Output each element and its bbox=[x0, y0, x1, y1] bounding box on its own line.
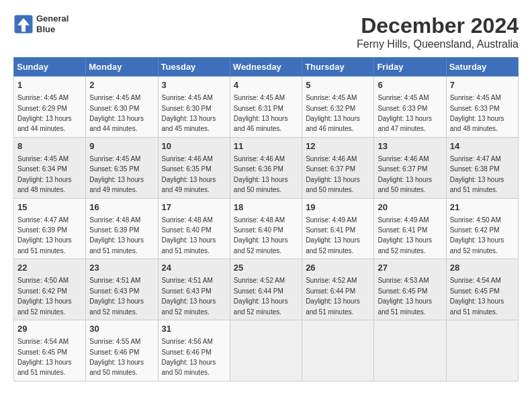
calendar-cell: 6Sunrise: 4:45 AMSunset: 6:33 PMDaylight… bbox=[374, 77, 446, 138]
day-number: 23 bbox=[89, 262, 154, 274]
day-of-week-header: Monday bbox=[86, 58, 158, 77]
calendar-cell: 11Sunrise: 4:46 AMSunset: 6:36 PMDayligh… bbox=[230, 137, 302, 198]
day-number: 30 bbox=[89, 323, 154, 335]
day-number: 22 bbox=[17, 262, 82, 274]
sunrise-info: Sunrise: 4:48 AM bbox=[234, 216, 285, 224]
day-of-week-header: Thursday bbox=[302, 58, 374, 77]
calendar-cell: 23Sunrise: 4:51 AMSunset: 6:43 PMDayligh… bbox=[86, 259, 158, 320]
day-number: 12 bbox=[306, 140, 370, 152]
sunrise-info: Sunrise: 4:49 AM bbox=[306, 216, 357, 224]
sunset-info: Sunset: 6:45 PM bbox=[378, 287, 427, 295]
calendar-title: December 2024 bbox=[357, 13, 519, 38]
daylight-info: Daylight: 13 hours and 45 minutes. bbox=[162, 115, 216, 132]
sunset-info: Sunset: 6:39 PM bbox=[89, 226, 139, 234]
sunrise-info: Sunrise: 4:45 AM bbox=[234, 94, 285, 101]
page-header: General Blue December 2024 Ferny Hills, … bbox=[13, 13, 519, 50]
sunrise-info: Sunrise: 4:54 AM bbox=[450, 277, 501, 284]
sunrise-info: Sunrise: 4:46 AM bbox=[162, 155, 213, 163]
daylight-info: Daylight: 13 hours and 51 minutes. bbox=[450, 176, 504, 193]
sunset-info: Sunset: 6:29 PM bbox=[17, 105, 67, 112]
sunset-info: Sunset: 6:37 PM bbox=[306, 165, 355, 173]
daylight-info: Daylight: 13 hours and 51 minutes. bbox=[89, 236, 144, 254]
calendar-cell: 16Sunrise: 4:48 AMSunset: 6:39 PMDayligh… bbox=[86, 198, 158, 259]
sunrise-info: Sunrise: 4:52 AM bbox=[306, 277, 357, 284]
calendar-cell: 26Sunrise: 4:52 AMSunset: 6:44 PMDayligh… bbox=[302, 259, 374, 320]
sunrise-info: Sunrise: 4:46 AM bbox=[234, 155, 285, 163]
calendar-cell: 30Sunrise: 4:55 AMSunset: 6:46 PMDayligh… bbox=[86, 320, 158, 381]
day-number: 17 bbox=[162, 201, 226, 214]
sunset-info: Sunset: 6:31 PM bbox=[234, 105, 283, 112]
calendar-cell: 24Sunrise: 4:51 AMSunset: 6:43 PMDayligh… bbox=[158, 259, 230, 320]
calendar-cell: 19Sunrise: 4:49 AMSunset: 6:41 PMDayligh… bbox=[302, 198, 374, 259]
daylight-info: Daylight: 13 hours and 52 minutes. bbox=[234, 298, 288, 315]
calendar-cell: 14Sunrise: 4:47 AMSunset: 6:38 PMDayligh… bbox=[446, 137, 518, 198]
daylight-info: Daylight: 13 hours and 52 minutes. bbox=[306, 236, 360, 254]
calendar-cell: 15Sunrise: 4:47 AMSunset: 6:39 PMDayligh… bbox=[14, 198, 86, 259]
daylight-info: Daylight: 13 hours and 52 minutes. bbox=[162, 298, 216, 315]
sunset-info: Sunset: 6:40 PM bbox=[162, 226, 212, 234]
day-of-week-header: Sunday bbox=[14, 58, 86, 77]
sunset-info: Sunset: 6:43 PM bbox=[89, 287, 139, 295]
calendar-cell: 12Sunrise: 4:46 AMSunset: 6:37 PMDayligh… bbox=[302, 137, 374, 198]
sunset-info: Sunset: 6:32 PM bbox=[306, 105, 355, 112]
day-number: 20 bbox=[378, 201, 442, 214]
daylight-info: Daylight: 13 hours and 52 minutes. bbox=[17, 298, 72, 315]
calendar-cell: 31Sunrise: 4:56 AMSunset: 6:46 PMDayligh… bbox=[158, 320, 230, 381]
day-number: 11 bbox=[234, 140, 298, 152]
calendar-week-row: 22Sunrise: 4:50 AMSunset: 6:42 PMDayligh… bbox=[14, 259, 519, 320]
logo: General Blue bbox=[13, 13, 69, 34]
sunset-info: Sunset: 6:43 PM bbox=[162, 287, 212, 295]
daylight-info: Daylight: 13 hours and 49 minutes. bbox=[162, 176, 216, 193]
day-number: 18 bbox=[234, 201, 298, 214]
calendar-week-row: 29Sunrise: 4:54 AMSunset: 6:45 PMDayligh… bbox=[14, 320, 519, 381]
calendar-cell: 4Sunrise: 4:45 AMSunset: 6:31 PMDaylight… bbox=[230, 77, 302, 138]
calendar-cell bbox=[302, 320, 374, 381]
sunrise-info: Sunrise: 4:45 AM bbox=[89, 155, 140, 163]
daylight-info: Daylight: 13 hours and 48 minutes. bbox=[17, 176, 72, 193]
daylight-info: Daylight: 13 hours and 46 minutes. bbox=[306, 115, 360, 132]
daylight-info: Daylight: 13 hours and 50 minutes. bbox=[89, 359, 144, 376]
day-number: 25 bbox=[234, 262, 298, 274]
sunset-info: Sunset: 6:35 PM bbox=[162, 165, 212, 173]
calendar-cell: 28Sunrise: 4:54 AMSunset: 6:45 PMDayligh… bbox=[446, 259, 518, 320]
sunrise-info: Sunrise: 4:47 AM bbox=[17, 216, 69, 224]
day-number: 27 bbox=[378, 262, 442, 274]
daylight-info: Daylight: 13 hours and 51 minutes. bbox=[17, 236, 72, 254]
daylight-info: Daylight: 13 hours and 44 minutes. bbox=[17, 115, 72, 132]
sunrise-info: Sunrise: 4:50 AM bbox=[450, 216, 501, 224]
day-number: 16 bbox=[89, 201, 154, 214]
calendar-cell: 7Sunrise: 4:45 AMSunset: 6:33 PMDaylight… bbox=[446, 77, 518, 138]
sunset-info: Sunset: 6:41 PM bbox=[378, 226, 427, 234]
daylight-info: Daylight: 13 hours and 50 minutes. bbox=[162, 359, 216, 376]
sunrise-info: Sunrise: 4:49 AM bbox=[378, 216, 429, 224]
calendar-table: SundayMondayTuesdayWednesdayThursdayFrid… bbox=[13, 57, 519, 381]
day-number: 31 bbox=[162, 323, 226, 335]
daylight-info: Daylight: 13 hours and 51 minutes. bbox=[450, 298, 504, 315]
calendar-cell: 25Sunrise: 4:52 AMSunset: 6:44 PMDayligh… bbox=[230, 259, 302, 320]
calendar-cell: 3Sunrise: 4:45 AMSunset: 6:30 PMDaylight… bbox=[158, 77, 230, 138]
day-of-week-header: Tuesday bbox=[158, 58, 230, 77]
daylight-info: Daylight: 13 hours and 52 minutes. bbox=[234, 236, 288, 254]
sunset-info: Sunset: 6:30 PM bbox=[89, 105, 139, 112]
sunset-info: Sunset: 6:45 PM bbox=[17, 349, 67, 356]
sunset-info: Sunset: 6:38 PM bbox=[450, 165, 500, 173]
sunrise-info: Sunrise: 4:46 AM bbox=[378, 155, 429, 163]
day-number: 6 bbox=[378, 79, 442, 91]
day-number: 1 bbox=[17, 79, 82, 91]
sunset-info: Sunset: 6:30 PM bbox=[162, 105, 212, 112]
sunrise-info: Sunrise: 4:48 AM bbox=[162, 216, 213, 224]
sunset-info: Sunset: 6:36 PM bbox=[234, 165, 283, 173]
calendar-cell bbox=[230, 320, 302, 381]
sunrise-info: Sunrise: 4:45 AM bbox=[89, 94, 140, 101]
calendar-cell: 27Sunrise: 4:53 AMSunset: 6:45 PMDayligh… bbox=[374, 259, 446, 320]
day-number: 4 bbox=[234, 79, 298, 91]
sunrise-info: Sunrise: 4:45 AM bbox=[17, 155, 69, 163]
calendar-cell: 10Sunrise: 4:46 AMSunset: 6:35 PMDayligh… bbox=[158, 137, 230, 198]
sunset-info: Sunset: 6:33 PM bbox=[450, 105, 500, 112]
calendar-cell: 18Sunrise: 4:48 AMSunset: 6:40 PMDayligh… bbox=[230, 198, 302, 259]
day-number: 9 bbox=[89, 140, 154, 152]
calendar-header-row: SundayMondayTuesdayWednesdayThursdayFrid… bbox=[14, 58, 519, 77]
daylight-info: Daylight: 13 hours and 52 minutes. bbox=[89, 298, 144, 315]
sunrise-info: Sunrise: 4:47 AM bbox=[450, 155, 501, 163]
sunrise-info: Sunrise: 4:45 AM bbox=[306, 94, 357, 101]
